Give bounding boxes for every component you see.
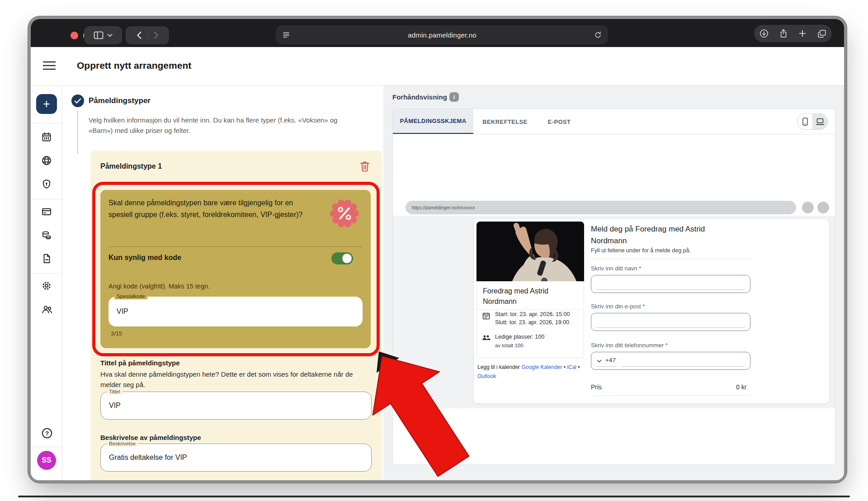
signup-subtitle: Fyll ut feltene under for å melde deg på… <box>591 247 691 254</box>
email-label: Skriv inn din e-post * <box>591 303 645 310</box>
url-text: admin.pameldinger.no <box>290 31 594 39</box>
event-preview-card: Foredrag med Astrid Nordmann Start: tor.… <box>473 218 830 404</box>
device-toggle <box>797 113 828 130</box>
share-icon[interactable] <box>779 29 788 38</box>
preview-window-dot <box>802 202 814 213</box>
info-icon[interactable]: i <box>449 92 459 102</box>
chevron-down-icon <box>597 359 602 363</box>
sidebar-divider <box>62 85 62 480</box>
sidebar-item-users[interactable] <box>41 304 52 315</box>
preview-url-bar[interactable]: https://pameldinger.no/e/xxxxxx <box>406 201 796 214</box>
price-value: 0 kr <box>736 383 746 391</box>
delete-icon[interactable] <box>359 161 371 172</box>
highlight-annotation-box <box>92 182 380 356</box>
sidebar-panel-icon <box>94 31 104 39</box>
sidebar-item-payments[interactable] <box>41 206 52 217</box>
description-input[interactable] <box>101 444 379 471</box>
annotation-arrow <box>357 339 502 497</box>
title-section-heading: Tittel på påmeldingstype <box>100 359 180 367</box>
desktop-view-button[interactable] <box>812 114 827 129</box>
preview-url-text: https://pameldinger.no/e/xxxxxx <box>412 205 475 210</box>
laptop-icon <box>816 118 825 125</box>
sidebar-item-documents[interactable] <box>41 253 52 264</box>
price-label: Pris <box>591 383 602 391</box>
create-event-button[interactable]: + <box>36 94 57 114</box>
event-photo <box>476 222 584 281</box>
phone-icon <box>802 118 808 126</box>
titlebar-actions <box>754 25 832 42</box>
sidebar-item-settings[interactable] <box>41 280 52 291</box>
phone-input[interactable]: +47 <box>591 352 750 370</box>
preview-window-dot <box>817 202 829 213</box>
sidebar-item-globe[interactable] <box>41 155 52 166</box>
sidebar-toggle-button[interactable] <box>84 26 122 44</box>
sidebar-item-security[interactable] <box>41 179 52 189</box>
title-section-description: Hva skal denne påmeldingstypen hete? Det… <box>100 369 372 390</box>
name-label: Skriv inn ditt navn * <box>591 265 641 272</box>
email-input[interactable] <box>591 313 750 331</box>
preview-heading: Forhåndsvisning <box>392 93 447 101</box>
reader-icon[interactable] <box>276 31 290 38</box>
hamburger-menu-icon[interactable] <box>42 61 56 71</box>
browser-titlebar: admin.pameldinger.no <box>31 19 844 47</box>
tab-email[interactable]: E-POST <box>537 109 582 134</box>
event-spots: Ledige plasser: 100 <box>495 334 544 340</box>
mobile-view-button[interactable] <box>797 114 812 129</box>
chevron-down-icon <box>107 33 113 37</box>
step-complete-badge <box>71 95 84 107</box>
reload-icon[interactable] <box>594 31 608 39</box>
step-title: Påmeldingstyper <box>89 96 151 105</box>
registration-type-card: Påmeldingstype 1 Skal denne påmeldingsty… <box>90 151 382 480</box>
name-input[interactable] <box>591 275 750 293</box>
step-description: Velg hvilken informasjon du vil hente in… <box>89 115 350 136</box>
back-button[interactable] <box>131 31 147 39</box>
tab-registration-form[interactable]: PÅMELDINGSSKJEMA <box>393 109 473 134</box>
event-end: Slutt: tor. 23. apr. 2026, 19:00 <box>495 319 569 326</box>
new-tab-icon[interactable] <box>798 29 807 38</box>
close-window-button[interactable] <box>71 32 78 39</box>
event-title: Foredrag med Astrid Nordmann <box>483 286 578 307</box>
registration-type-title: Påmeldingstype 1 <box>100 162 162 170</box>
download-icon[interactable] <box>760 29 769 38</box>
url-bar[interactable]: admin.pameldinger.no <box>276 25 608 44</box>
screenshot-stage: admin.pameldinger.no <box>0 0 868 501</box>
app-header: Opprett nytt arrangement <box>31 47 844 85</box>
tab-confirmation[interactable]: BEKREFTELSE <box>473 109 537 134</box>
phone-prefix: +47 <box>605 357 616 364</box>
svg-text:?: ? <box>45 430 49 437</box>
stepper-connector <box>77 111 78 154</box>
help-icon[interactable]: ? <box>41 427 52 438</box>
country-code-selector[interactable] <box>597 359 602 363</box>
description-field: Beskrivelse <box>100 444 372 472</box>
title-field: Tittel <box>100 392 372 420</box>
sidebar-item-economy[interactable] <box>41 230 52 241</box>
sidebar-item-calendar[interactable] <box>41 132 52 142</box>
signup-title: Meld deg på Foredrag med Astrid Nordmann <box>591 223 731 246</box>
nav-buttons <box>126 26 169 44</box>
calendar-small-icon <box>482 312 490 320</box>
google-calendar-link[interactable]: Google Kalender <box>521 364 562 370</box>
phone-label: Skriv inn ditt telefonnummer * <box>591 342 668 349</box>
user-avatar[interactable]: SS <box>37 451 56 470</box>
tab-overview-icon[interactable] <box>817 29 826 38</box>
forward-button[interactable] <box>148 31 164 39</box>
page-title: Opprett nytt arrangement <box>77 60 191 71</box>
title-input[interactable] <box>101 392 379 419</box>
ical-link[interactable]: iCal <box>567 364 576 370</box>
event-start: Start: tor. 23. apr. 2026, 15:00 <box>495 311 570 317</box>
